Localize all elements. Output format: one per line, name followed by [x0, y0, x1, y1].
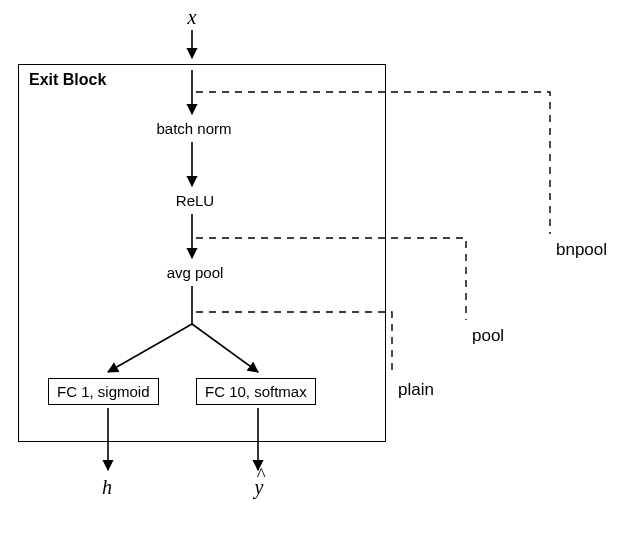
- output-h: h: [97, 476, 117, 499]
- exit-block-title: Exit Block: [29, 71, 106, 89]
- variant-plain-label: plain: [398, 380, 434, 400]
- node-relu: ReLU: [170, 192, 220, 209]
- node-fc1-sigmoid: FC 1, sigmoid: [48, 378, 159, 405]
- node-batch-norm: batch norm: [148, 120, 240, 137]
- variant-pool-label: pool: [472, 326, 504, 346]
- variant-bnpool-label: bnpool: [556, 240, 607, 260]
- diagram-canvas: Exit Block x batch norm ReLU avg pool FC…: [0, 0, 632, 536]
- output-yhat: y: [249, 476, 269, 499]
- input-label: x: [182, 6, 202, 29]
- node-fc10-softmax: FC 10, softmax: [196, 378, 316, 405]
- node-avg-pool: avg pool: [160, 264, 230, 281]
